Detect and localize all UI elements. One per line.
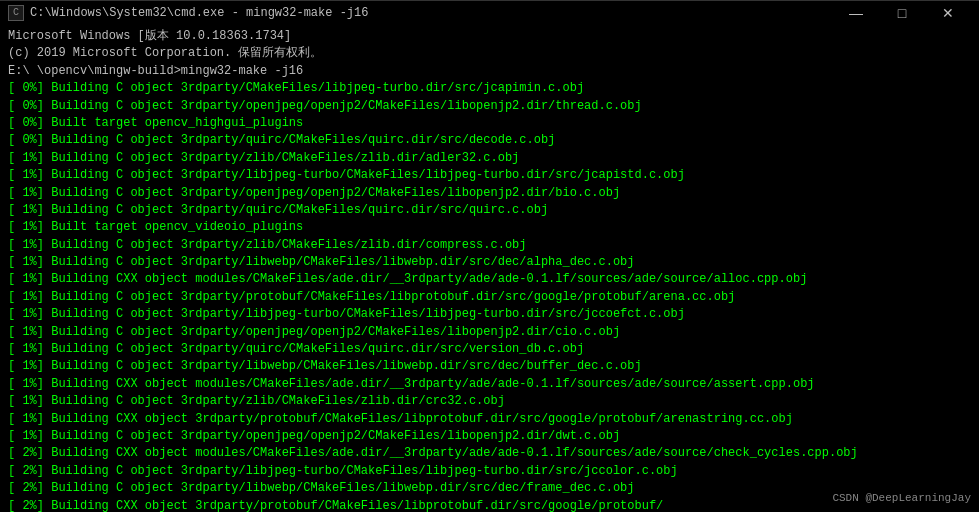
terminal-output-line: [ 2%] Building CXX object 3rdparty/proto… bbox=[8, 498, 971, 512]
terminal-output-line: [ 1%] Built target opencv_videoio_plugin… bbox=[8, 219, 971, 236]
terminal-output-line: [ 2%] Building CXX object modules/CMakeF… bbox=[8, 445, 971, 462]
terminal-output-line: [ 1%] Building C object 3rdparty/libjpeg… bbox=[8, 167, 971, 184]
terminal-output-line: [ 1%] Building C object 3rdparty/zlib/CM… bbox=[8, 150, 971, 167]
terminal-output-line: [ 2%] Building C object 3rdparty/libjpeg… bbox=[8, 463, 971, 480]
terminal-output-line: [ 1%] Building C object 3rdparty/quirc/C… bbox=[8, 341, 971, 358]
terminal-output-line: [ 1%] Building C object 3rdparty/openjpe… bbox=[8, 428, 971, 445]
title-bar-icon: C bbox=[8, 5, 24, 21]
terminal-output-line: [ 1%] Building C object 3rdparty/libwebp… bbox=[8, 358, 971, 375]
terminal-header-line: (c) 2019 Microsoft Corporation. 保留所有权利。 bbox=[8, 45, 971, 62]
terminal-output-line: [ 0%] Built target opencv_highgui_plugin… bbox=[8, 115, 971, 132]
terminal-output-line: [ 1%] Building C object 3rdparty/zlib/CM… bbox=[8, 393, 971, 410]
terminal-output-line: [ 1%] Building C object 3rdparty/libjpeg… bbox=[8, 306, 971, 323]
terminal-header-line: Microsoft Windows [版本 10.0.18363.1734] bbox=[8, 28, 971, 45]
terminal-output-line: [ 1%] Building C object 3rdparty/openjpe… bbox=[8, 324, 971, 341]
terminal-output-line: [ 1%] Building C object 3rdparty/protobu… bbox=[8, 289, 971, 306]
terminal-output-line: [ 1%] Building C object 3rdparty/quirc/C… bbox=[8, 202, 971, 219]
terminal-output-line: [ 1%] Building C object 3rdparty/openjpe… bbox=[8, 185, 971, 202]
terminal-output-line: [ 1%] Building C object 3rdparty/libwebp… bbox=[8, 254, 971, 271]
maximize-button[interactable]: □ bbox=[879, 1, 925, 25]
title-bar-text: C:\Windows\System32\cmd.exe - mingw32-ma… bbox=[30, 6, 833, 20]
terminal-output-line: [ 2%] Building C object 3rdparty/libwebp… bbox=[8, 480, 971, 497]
minimize-button[interactable]: — bbox=[833, 1, 879, 25]
title-bar: C C:\Windows\System32\cmd.exe - mingw32-… bbox=[0, 0, 979, 24]
terminal-output-line: [ 0%] Building C object 3rdparty/quirc/C… bbox=[8, 132, 971, 149]
terminal-output-line: [ 0%] Building C object 3rdparty/openjpe… bbox=[8, 98, 971, 115]
terminal-output-line: [ 1%] Building CXX object modules/CMakeF… bbox=[8, 271, 971, 288]
watermark: CSDN @DeepLearningJay bbox=[832, 492, 971, 504]
terminal-output-line: [ 1%] Building CXX object modules/CMakeF… bbox=[8, 376, 971, 393]
terminal: Microsoft Windows [版本 10.0.18363.1734](c… bbox=[0, 24, 979, 512]
terminal-output-line: [ 1%] Building C object 3rdparty/zlib/CM… bbox=[8, 237, 971, 254]
terminal-header-line: E:\ \opencv\mingw-build>mingw32-make -j1… bbox=[8, 63, 971, 80]
close-button[interactable]: ✕ bbox=[925, 1, 971, 25]
terminal-output-line: [ 1%] Building CXX object 3rdparty/proto… bbox=[8, 411, 971, 428]
terminal-output-line: [ 0%] Building C object 3rdparty/CMakeFi… bbox=[8, 80, 971, 97]
